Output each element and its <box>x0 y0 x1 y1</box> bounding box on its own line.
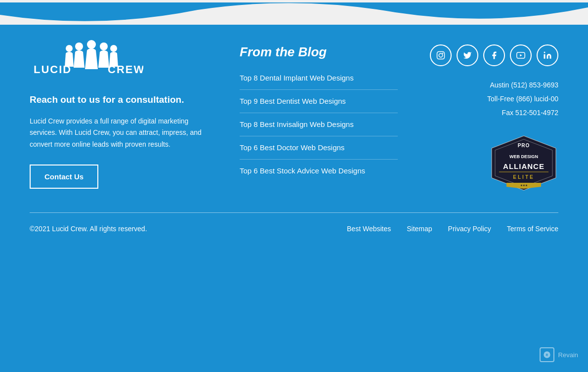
svg-point-2 <box>75 42 83 50</box>
list-item: Top 6 Best Doctor Web Designs <box>240 143 398 160</box>
svg-point-9 <box>439 53 443 57</box>
footer-bottom: ©2021 Lucid Crew. All rights reserved. B… <box>0 213 588 245</box>
copyright-text: ©2021 Lucid Crew. All rights reserved. <box>30 225 147 233</box>
footer-nav: Best Websites Sitemap Privacy Policy Ter… <box>347 225 558 233</box>
blog-link-2[interactable]: Top 9 Best Dentist Web Designs <box>240 97 346 105</box>
svg-text:ELITE: ELITE <box>513 174 534 180</box>
list-item: Top 8 Dental Implant Web Designs <box>240 74 398 90</box>
blog-link-4[interactable]: Top 6 Best Doctor Web Designs <box>240 143 344 152</box>
list-item: Top 8 Best Invisalign Web Designs <box>240 120 398 136</box>
logo: LUCID CREW <box>30 40 143 77</box>
svg-point-10 <box>442 53 443 54</box>
footer-blog-column: From the Blog Top 8 Dental Implant Web D… <box>240 40 398 189</box>
contact-info: Austin (512) 853-9693 Toll-Free (866) lu… <box>487 78 558 120</box>
alliance-badge: PRO WEB DESIGN ALLIANCE ELITE <box>489 133 558 193</box>
svg-point-12 <box>544 52 546 53</box>
fax-number: Fax 512-501-4972 <box>487 106 558 120</box>
austin-phone: Austin (512) 853-9693 <box>487 78 558 92</box>
sitemap-link[interactable]: Sitemap <box>407 225 432 233</box>
social-icons-group <box>430 44 558 66</box>
svg-text:LUCID: LUCID <box>34 63 72 76</box>
instagram-icon[interactable] <box>430 44 452 66</box>
facebook-icon[interactable] <box>483 44 505 66</box>
twitter-icon[interactable] <box>457 44 478 66</box>
tagline: Reach out to us for a consultation. <box>30 93 208 107</box>
svg-point-5 <box>110 45 117 52</box>
list-item: Top 6 Best Stock Advice Web Designs <box>240 166 398 182</box>
svg-rect-8 <box>437 52 445 59</box>
svg-point-4 <box>100 42 108 50</box>
blog-section-title: From the Blog <box>240 44 398 60</box>
svg-point-1 <box>66 45 73 52</box>
youtube-icon[interactable] <box>510 44 532 66</box>
svg-text:★ ★ ★: ★ ★ ★ <box>520 184 528 187</box>
footer-main: LUCID CREW Reach out to us for a consult… <box>0 0 588 212</box>
logo-container: LUCID CREW <box>30 40 208 79</box>
privacy-policy-link[interactable]: Privacy Policy <box>448 225 491 233</box>
revain-icon: R <box>540 347 554 362</box>
list-item: Top 9 Best Dentist Web Designs <box>240 97 398 113</box>
blog-link-1[interactable]: Top 8 Dental Implant Web Designs <box>240 74 354 82</box>
svg-text:WEB DESIGN: WEB DESIGN <box>509 154 538 159</box>
terms-of-service-link[interactable]: Terms of Service <box>507 225 558 233</box>
best-websites-link[interactable]: Best Websites <box>347 225 391 233</box>
description: Lucid Crew provides a full range of digi… <box>30 116 208 151</box>
svg-marker-11 <box>520 54 522 57</box>
svg-text:PRO: PRO <box>518 143 530 148</box>
svg-text:R: R <box>546 353 548 357</box>
svg-text:ALLIANCE: ALLIANCE <box>503 162 545 170</box>
blog-links-list: Top 8 Dental Implant Web Designs Top 9 B… <box>240 74 398 182</box>
page-wrapper: LUCID CREW Reach out to us for a consult… <box>0 0 588 372</box>
revain-badge: R Revain <box>540 347 578 362</box>
svg-text:CREW: CREW <box>108 63 143 76</box>
svg-point-3 <box>87 40 96 49</box>
linkedin-icon[interactable] <box>537 44 558 66</box>
revain-label: Revain <box>558 351 578 359</box>
alliance-badge-svg: PRO WEB DESIGN ALLIANCE ELITE <box>489 133 558 193</box>
tollfree-phone: Toll-Free (866) lucid-00 <box>487 92 558 106</box>
blog-link-5[interactable]: Top 6 Best Stock Advice Web Designs <box>240 166 365 175</box>
footer-left-column: LUCID CREW Reach out to us for a consult… <box>30 40 208 189</box>
blog-link-3[interactable]: Top 8 Best Invisalign Web Designs <box>240 120 354 128</box>
contact-us-button[interactable]: Contact Us <box>30 165 98 189</box>
footer-right-column: Austin (512) 853-9693 Toll-Free (866) lu… <box>430 40 558 193</box>
